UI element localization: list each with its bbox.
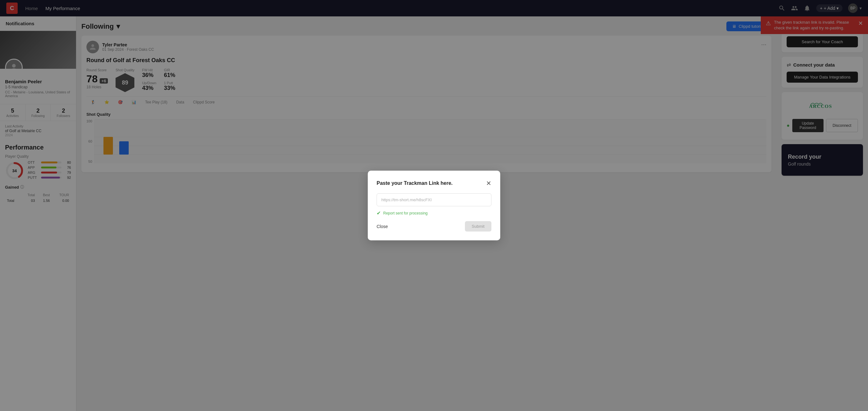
- modal-header: Paste your Trackman Link here. ✕: [377, 180, 491, 187]
- modal-success-message: ✔ Report sent for processing: [377, 210, 491, 216]
- modal-close-x-button[interactable]: ✕: [486, 180, 491, 187]
- modal-close-button[interactable]: Close: [377, 224, 388, 229]
- modal-dialog: Paste your Trackman Link here. ✕ ✔ Repor…: [368, 171, 500, 240]
- modal-footer: Close Submit: [377, 221, 491, 231]
- modal-overlay[interactable]: Paste your Trackman Link here. ✕ ✔ Repor…: [0, 0, 868, 411]
- success-check-icon: ✔: [377, 210, 381, 216]
- modal-submit-button[interactable]: Submit: [465, 221, 491, 231]
- modal-title: Paste your Trackman Link here.: [377, 181, 453, 186]
- trackman-link-input[interactable]: [377, 193, 491, 206]
